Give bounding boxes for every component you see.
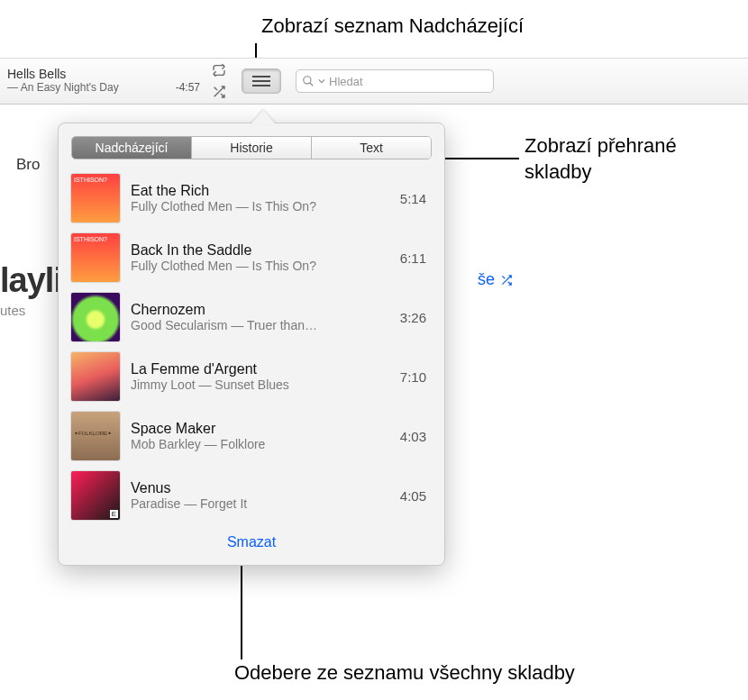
svg-rect-0 xyxy=(252,76,270,77)
track-duration: 7:10 xyxy=(400,369,426,385)
bg-duration-fragment: utes xyxy=(0,303,25,318)
callout-show-history: Zobrazí přehrané skladby xyxy=(525,133,677,185)
shuffle-icon[interactable] xyxy=(212,85,226,99)
track-info: Back In the SaddleFully Clothed Men — Is… xyxy=(131,242,389,273)
callout-text: Zobrazí přehrané xyxy=(525,134,677,157)
track-duration: 4:05 xyxy=(400,488,426,504)
track-duration: 3:26 xyxy=(400,310,426,325)
svg-point-3 xyxy=(304,77,311,84)
album-art xyxy=(71,352,120,401)
track-artist: Fully Clothed Men — Is This On? xyxy=(131,199,389,214)
search-input[interactable] xyxy=(329,75,488,88)
track-info: ChernozemGood Secularism — Truer than… xyxy=(131,302,389,332)
tab-upnext[interactable]: Nadcházející xyxy=(72,137,192,159)
bg-browse-text: Bro xyxy=(16,156,40,174)
callout-text: skladby xyxy=(525,160,592,183)
track-info: VenusParadise — Forget It xyxy=(131,480,389,511)
track-row[interactable]: Space MakerMob Barkley — Folklore4:03 xyxy=(68,406,435,466)
track-title: La Femme d'Argent xyxy=(131,361,389,377)
shuffle-all-label: še xyxy=(478,270,495,289)
chevron-down-icon xyxy=(318,77,325,85)
track-title: Chernozem xyxy=(131,302,389,318)
shuffle-icon xyxy=(498,274,515,286)
now-playing-display[interactable]: Hells Bells — An Easy Night's Day -4:57 xyxy=(0,63,207,99)
track-info: Space MakerMob Barkley — Folklore xyxy=(131,421,389,451)
track-title: Eat the Rich xyxy=(131,183,389,199)
track-row[interactable]: Eat the RichFully Clothed Men — Is This … xyxy=(68,168,435,228)
bg-playlist-fragment: layli xyxy=(0,261,62,300)
track-artist: Paradise — Forget It xyxy=(131,496,389,511)
now-playing-remaining: -4:57 xyxy=(176,81,200,94)
list-icon xyxy=(252,74,270,88)
track-artist: Fully Clothed Men — Is This On? xyxy=(131,259,389,273)
track-row[interactable]: La Femme d'ArgentJimmy Loot — Sunset Blu… xyxy=(68,347,435,406)
album-art xyxy=(71,293,120,341)
search-field[interactable] xyxy=(296,69,494,93)
search-icon xyxy=(302,75,315,87)
repeat-icon[interactable] xyxy=(212,63,226,77)
tab-history[interactable]: Historie xyxy=(192,137,312,159)
track-list: Eat the RichFully Clothed Men — Is This … xyxy=(68,168,435,525)
track-duration: 4:03 xyxy=(400,429,426,444)
up-next-popover: Nadcházející Historie Text Eat the RichF… xyxy=(58,123,445,566)
album-art xyxy=(71,174,120,223)
shuffle-all-link[interactable]: še xyxy=(478,270,515,289)
popover-arrow xyxy=(251,110,276,124)
playback-mode-icons xyxy=(207,63,231,99)
track-artist: Mob Barkley — Folklore xyxy=(131,437,389,451)
track-artist: Jimmy Loot — Sunset Blues xyxy=(131,377,389,392)
svg-rect-2 xyxy=(252,85,270,86)
track-title: Back In the Saddle xyxy=(131,242,389,259)
callout-leader xyxy=(241,559,242,659)
now-playing-subtitle: — An Easy Night's Day xyxy=(7,81,119,94)
clear-button[interactable]: Smazat xyxy=(59,534,444,550)
segmented-control: Nadcházející Historie Text xyxy=(71,136,432,159)
track-row[interactable]: VenusParadise — Forget It4:05 xyxy=(68,466,435,525)
track-title: Venus xyxy=(131,480,389,496)
album-art xyxy=(71,471,120,520)
svg-rect-1 xyxy=(252,80,270,82)
track-title: Space Maker xyxy=(131,421,389,437)
track-row[interactable]: ChernozemGood Secularism — Truer than…3:… xyxy=(68,287,435,347)
track-row[interactable]: Back In the SaddleFully Clothed Men — Is… xyxy=(68,228,435,287)
track-artist: Good Secularism — Truer than… xyxy=(131,318,389,332)
callout-show-upnext: Zobrazí seznam Nadcházející xyxy=(261,14,524,40)
track-info: La Femme d'ArgentJimmy Loot — Sunset Blu… xyxy=(131,361,389,392)
album-art xyxy=(71,412,120,460)
track-duration: 6:11 xyxy=(400,250,426,266)
tab-lyrics[interactable]: Text xyxy=(312,137,431,159)
track-info: Eat the RichFully Clothed Men — Is This … xyxy=(131,183,389,214)
toolbar: Hells Bells — An Easy Night's Day -4:57 xyxy=(0,58,748,105)
now-playing-title: Hells Bells xyxy=(7,67,200,81)
callout-clear-all: Odebere ze seznamu všechny skladby xyxy=(234,660,575,686)
up-next-button[interactable] xyxy=(242,68,281,94)
track-duration: 5:14 xyxy=(400,191,426,206)
album-art xyxy=(71,233,120,282)
